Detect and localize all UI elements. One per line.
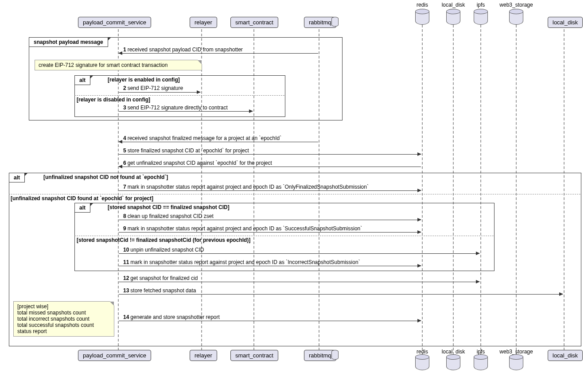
db-ipfs-bottom: ipfs	[474, 354, 488, 370]
arrow	[119, 111, 253, 112]
arrow	[119, 321, 421, 321]
participant-smart-contract: smart_contract	[230, 17, 278, 28]
arrow	[119, 142, 318, 142]
message-6: 6get unfinalized snapshot CID against `e…	[123, 160, 272, 166]
message-2: 2send EIP-712 signature	[123, 85, 183, 91]
message-3: 3send EIP-712 signature directly to cont…	[123, 105, 228, 111]
database-icon	[331, 350, 339, 360]
arrow	[119, 266, 421, 266]
guard-cid-mismatch: [stored snapshotCid != finalized snapsho…	[77, 237, 250, 243]
participant-payload-commit-service-bottom: payload_commit_service	[78, 350, 151, 361]
alt-divider	[9, 194, 580, 194]
arrow	[119, 53, 318, 54]
db-local-disk: local_disk	[446, 9, 460, 25]
db-local-disk-bottom: local_disk	[446, 354, 460, 370]
note-eip712: create EIP-712 signature for smart contr…	[35, 60, 202, 70]
message-7: 7mark in snapshotter status report again…	[123, 184, 369, 190]
arrow	[119, 92, 200, 93]
message-8: 8clean up finalized snapshot CID zset	[123, 213, 214, 219]
db-redis: redis	[415, 9, 429, 25]
db-web3-storage-bottom: web3_storage	[509, 354, 523, 370]
participant-local-disk-2-bottom: local_disk	[548, 350, 583, 361]
participant-relayer: relayer	[190, 17, 217, 28]
alt-divider	[74, 95, 284, 96]
db-ipfs: ipfs	[474, 9, 488, 25]
note-report: [project wise] total missed snapshots co…	[13, 301, 114, 337]
message-13: 13store fetched snapshot data	[123, 287, 196, 294]
guard-cid-found: [unfinalized snapshot CID found at `epoc…	[11, 195, 153, 202]
message-9: 9mark in snapshotter status report again…	[123, 225, 362, 232]
arrow	[119, 232, 421, 233]
db-web3-storage: web3_storage	[509, 9, 523, 25]
arrow	[119, 190, 421, 191]
sequence-diagram: payload_commit_service relayer smart_con…	[0, 0, 588, 384]
arrow	[119, 294, 563, 295]
message-1: 1received snapshot payload CID from snap…	[123, 47, 243, 53]
message-11: 11mark in snapshotter status report agai…	[123, 259, 360, 265]
message-14: 14generate and store snapshotter report	[123, 314, 220, 320]
db-redis-bottom: redis	[415, 354, 429, 370]
guard-cid-match: [stored snapshot CID == finalized snapsh…	[108, 204, 230, 210]
guard-relayer-enabled: [relayer is enabled in config]	[108, 77, 180, 83]
guard-relayer-disabled: [relayer is disabled in config]	[77, 97, 150, 103]
message-5: 5store finalized snapshot CID at `epochI…	[123, 147, 249, 154]
participant-smart-contract-bottom: smart_contract	[230, 350, 278, 361]
alt-divider	[74, 236, 494, 236]
message-10: 10unpin unfinalized snapshot CID	[123, 247, 204, 253]
participant-payload-commit-service: payload_commit_service	[78, 17, 151, 28]
arrow	[119, 167, 421, 167]
guard-cid-not-found: [unfinalized snapshot CID not found at `…	[43, 174, 168, 180]
message-12: 12get snapshot for finalized cid	[123, 275, 198, 281]
arrow	[119, 154, 421, 155]
arrow	[119, 253, 479, 254]
message-4: 4received snapshot finalized message for…	[123, 135, 281, 141]
arrow	[119, 282, 479, 282]
participant-local-disk-2: local_disk	[548, 17, 583, 28]
participant-relayer-bottom: relayer	[190, 350, 217, 361]
database-icon	[331, 17, 339, 27]
arrow	[119, 220, 421, 220]
